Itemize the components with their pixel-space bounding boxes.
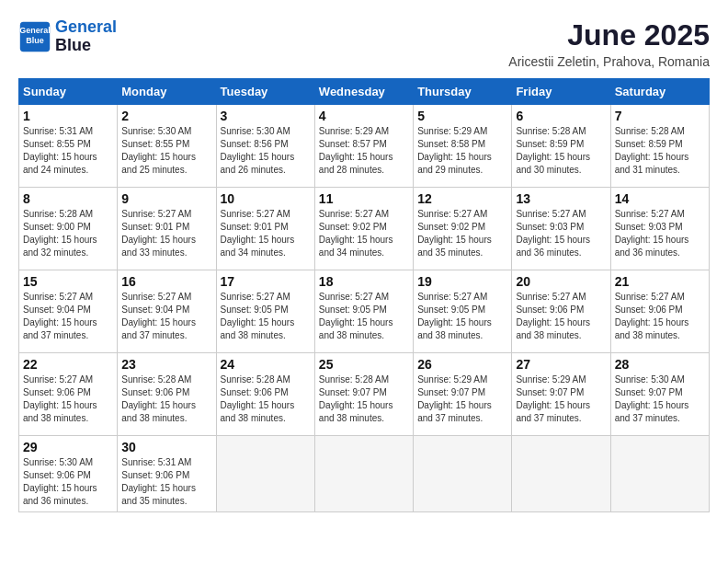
calendar-cell: 16Sunrise: 5:27 AM Sunset: 9:04 PM Dayli… xyxy=(118,270,216,353)
logo: General Blue GeneralBlue xyxy=(18,18,117,55)
calendar-cell: 9Sunrise: 5:27 AM Sunset: 9:01 PM Daylig… xyxy=(118,188,216,270)
day-info: Sunrise: 5:27 AM Sunset: 9:05 PM Dayligh… xyxy=(319,291,409,342)
calendar-cell: 18Sunrise: 5:27 AM Sunset: 9:05 PM Dayli… xyxy=(314,270,413,353)
calendar-cell xyxy=(216,436,314,512)
calendar-cell: 2Sunrise: 5:30 AM Sunset: 8:55 PM Daylig… xyxy=(118,105,216,188)
calendar-cell: 19Sunrise: 5:27 AM Sunset: 9:05 PM Dayli… xyxy=(414,270,512,353)
day-number: 4 xyxy=(319,109,409,123)
day-number: 19 xyxy=(417,274,507,289)
day-number: 7 xyxy=(615,109,705,123)
weekday-header: Sunday xyxy=(19,79,118,105)
calendar-table: SundayMondayTuesdayWednesdayThursdayFrid… xyxy=(18,78,710,512)
day-info: Sunrise: 5:27 AM Sunset: 9:04 PM Dayligh… xyxy=(121,291,211,342)
calendar-cell: 15Sunrise: 5:27 AM Sunset: 9:04 PM Dayli… xyxy=(19,270,118,353)
day-info: Sunrise: 5:28 AM Sunset: 9:06 PM Dayligh… xyxy=(121,373,211,425)
day-info: Sunrise: 5:27 AM Sunset: 9:06 PM Dayligh… xyxy=(23,373,113,425)
day-info: Sunrise: 5:30 AM Sunset: 8:55 PM Dayligh… xyxy=(121,125,211,177)
calendar-cell: 10Sunrise: 5:27 AM Sunset: 9:01 PM Dayli… xyxy=(216,188,314,270)
day-info: Sunrise: 5:28 AM Sunset: 9:07 PM Dayligh… xyxy=(319,373,409,425)
calendar-cell xyxy=(314,436,413,512)
day-info: Sunrise: 5:27 AM Sunset: 9:05 PM Dayligh… xyxy=(417,291,507,342)
day-info: Sunrise: 5:28 AM Sunset: 9:00 PM Dayligh… xyxy=(23,208,113,259)
title-area: June 2025 Aricestii Zeletin, Prahova, Ro… xyxy=(508,18,710,69)
day-number: 1 xyxy=(23,109,113,123)
day-info: Sunrise: 5:31 AM Sunset: 8:55 PM Dayligh… xyxy=(23,125,113,177)
day-number: 14 xyxy=(615,191,705,206)
day-info: Sunrise: 5:30 AM Sunset: 9:07 PM Dayligh… xyxy=(615,373,705,425)
day-info: Sunrise: 5:30 AM Sunset: 9:06 PM Dayligh… xyxy=(23,456,113,508)
day-info: Sunrise: 5:27 AM Sunset: 9:04 PM Dayligh… xyxy=(23,291,113,342)
day-info: Sunrise: 5:27 AM Sunset: 9:03 PM Dayligh… xyxy=(615,208,705,259)
day-number: 10 xyxy=(221,191,311,206)
calendar-cell: 29Sunrise: 5:30 AM Sunset: 9:06 PM Dayli… xyxy=(19,436,118,512)
day-number: 21 xyxy=(615,274,705,289)
day-info: Sunrise: 5:28 AM Sunset: 8:59 PM Dayligh… xyxy=(516,125,606,177)
day-number: 25 xyxy=(319,357,409,372)
calendar-cell: 8Sunrise: 5:28 AM Sunset: 9:00 PM Daylig… xyxy=(19,188,118,270)
day-info: Sunrise: 5:28 AM Sunset: 8:59 PM Dayligh… xyxy=(615,125,705,177)
calendar-cell: 30Sunrise: 5:31 AM Sunset: 9:06 PM Dayli… xyxy=(118,436,216,512)
day-info: Sunrise: 5:27 AM Sunset: 9:02 PM Dayligh… xyxy=(319,208,409,259)
calendar-cell xyxy=(512,436,610,512)
day-info: Sunrise: 5:29 AM Sunset: 9:07 PM Dayligh… xyxy=(417,373,507,425)
header: General Blue GeneralBlue June 2025 Arice… xyxy=(18,18,710,69)
location: Aricestii Zeletin, Prahova, Romania xyxy=(508,54,710,69)
day-number: 15 xyxy=(23,274,113,289)
calendar-cell: 14Sunrise: 5:27 AM Sunset: 9:03 PM Dayli… xyxy=(610,188,709,270)
day-number: 11 xyxy=(319,191,409,206)
day-number: 28 xyxy=(615,357,705,372)
weekday-header: Saturday xyxy=(610,79,709,105)
day-info: Sunrise: 5:30 AM Sunset: 8:56 PM Dayligh… xyxy=(221,125,311,177)
calendar-cell xyxy=(414,436,512,512)
calendar-cell: 11Sunrise: 5:27 AM Sunset: 9:02 PM Dayli… xyxy=(314,188,413,270)
day-info: Sunrise: 5:27 AM Sunset: 9:01 PM Dayligh… xyxy=(121,208,211,259)
calendar-cell: 6Sunrise: 5:28 AM Sunset: 8:59 PM Daylig… xyxy=(512,105,610,188)
calendar-cell: 20Sunrise: 5:27 AM Sunset: 9:06 PM Dayli… xyxy=(512,270,610,353)
day-number: 30 xyxy=(121,440,211,454)
day-number: 27 xyxy=(516,357,606,372)
weekday-header: Friday xyxy=(512,79,610,105)
day-number: 6 xyxy=(516,109,606,123)
calendar-cell: 23Sunrise: 5:28 AM Sunset: 9:06 PM Dayli… xyxy=(118,353,216,436)
day-info: Sunrise: 5:29 AM Sunset: 8:58 PM Dayligh… xyxy=(417,125,507,177)
day-number: 5 xyxy=(417,109,507,123)
day-info: Sunrise: 5:27 AM Sunset: 9:06 PM Dayligh… xyxy=(615,291,705,342)
day-number: 29 xyxy=(23,440,113,454)
weekday-header: Wednesday xyxy=(314,79,413,105)
svg-text:General: General xyxy=(19,26,51,35)
calendar-cell: 26Sunrise: 5:29 AM Sunset: 9:07 PM Dayli… xyxy=(414,353,512,436)
logo-text: GeneralBlue xyxy=(55,18,117,55)
day-number: 2 xyxy=(121,109,211,123)
day-info: Sunrise: 5:27 AM Sunset: 9:06 PM Dayligh… xyxy=(516,291,606,342)
day-info: Sunrise: 5:28 AM Sunset: 9:06 PM Dayligh… xyxy=(221,373,311,425)
calendar-cell: 12Sunrise: 5:27 AM Sunset: 9:02 PM Dayli… xyxy=(414,188,512,270)
svg-text:Blue: Blue xyxy=(26,36,44,45)
day-number: 13 xyxy=(516,191,606,206)
calendar-cell: 3Sunrise: 5:30 AM Sunset: 8:56 PM Daylig… xyxy=(216,105,314,188)
day-number: 24 xyxy=(221,357,311,372)
calendar-cell: 25Sunrise: 5:28 AM Sunset: 9:07 PM Dayli… xyxy=(314,353,413,436)
day-number: 17 xyxy=(221,274,311,289)
day-info: Sunrise: 5:27 AM Sunset: 9:01 PM Dayligh… xyxy=(221,208,311,259)
day-number: 8 xyxy=(23,191,113,206)
calendar-cell: 28Sunrise: 5:30 AM Sunset: 9:07 PM Dayli… xyxy=(610,353,709,436)
month-year: June 2025 xyxy=(508,18,710,52)
day-number: 12 xyxy=(417,191,507,206)
day-info: Sunrise: 5:27 AM Sunset: 9:05 PM Dayligh… xyxy=(221,291,311,342)
day-number: 20 xyxy=(516,274,606,289)
calendar-cell: 17Sunrise: 5:27 AM Sunset: 9:05 PM Dayli… xyxy=(216,270,314,353)
day-number: 26 xyxy=(417,357,507,372)
day-number: 22 xyxy=(23,357,113,372)
calendar-cell xyxy=(610,436,709,512)
weekday-header: Tuesday xyxy=(216,79,314,105)
day-number: 23 xyxy=(121,357,211,372)
calendar-cell: 5Sunrise: 5:29 AM Sunset: 8:58 PM Daylig… xyxy=(414,105,512,188)
day-number: 9 xyxy=(121,191,211,206)
day-info: Sunrise: 5:29 AM Sunset: 9:07 PM Dayligh… xyxy=(516,373,606,425)
calendar-cell: 21Sunrise: 5:27 AM Sunset: 9:06 PM Dayli… xyxy=(610,270,709,353)
calendar-cell: 7Sunrise: 5:28 AM Sunset: 8:59 PM Daylig… xyxy=(610,105,709,188)
calendar-header-row: SundayMondayTuesdayWednesdayThursdayFrid… xyxy=(19,79,710,105)
day-info: Sunrise: 5:27 AM Sunset: 9:02 PM Dayligh… xyxy=(417,208,507,259)
calendar-cell: 22Sunrise: 5:27 AM Sunset: 9:06 PM Dayli… xyxy=(19,353,118,436)
day-info: Sunrise: 5:31 AM Sunset: 9:06 PM Dayligh… xyxy=(121,456,211,508)
